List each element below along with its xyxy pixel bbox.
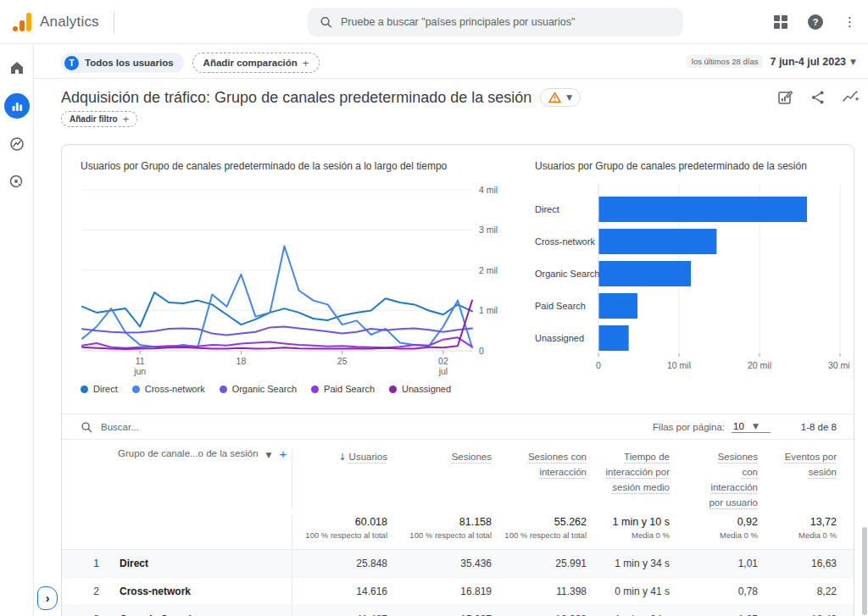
sidebar-item-advertising[interactable] bbox=[4, 169, 30, 195]
plus-icon: + bbox=[123, 113, 130, 125]
add-dimension-icon[interactable]: + bbox=[280, 448, 287, 460]
legend-item[interactable]: Cross-network bbox=[132, 384, 205, 394]
analytics-logo[interactable]: Analytics bbox=[12, 11, 114, 33]
legend-dot-icon bbox=[81, 386, 88, 393]
table-row-direct[interactable]: 1Direct25.84835.43625.9911 min y 34 s1,0… bbox=[62, 550, 854, 578]
data-table: Filas por página: 10 ▼ 1-8 de 8 Grupo de… bbox=[62, 413, 854, 616]
app-header: Analytics ? ⋮ bbox=[0, 0, 868, 44]
line-chart[interactable]: 01 mil2 mil3 mil4 mil11jun182502jul bbox=[74, 180, 516, 377]
sort-descending-icon: ↓ bbox=[338, 452, 346, 463]
explore-icon bbox=[8, 136, 25, 153]
legend-label: Direct bbox=[93, 384, 118, 394]
nav-sidebar bbox=[0, 45, 34, 616]
vertical-scrollbar[interactable] bbox=[862, 527, 867, 615]
date-range-hint: los últimos 28 días bbox=[687, 55, 764, 68]
insights-icon[interactable] bbox=[843, 90, 860, 105]
warning-chip[interactable]: ▼ bbox=[540, 88, 581, 107]
svg-text:3 mil: 3 mil bbox=[479, 225, 498, 235]
analytics-logo-icon bbox=[12, 12, 32, 32]
sidebar-expand-button[interactable]: › bbox=[37, 586, 58, 610]
chevron-right-icon: › bbox=[46, 591, 50, 605]
share-icon[interactable] bbox=[810, 90, 826, 105]
add-filter-label: Añadir filtro bbox=[70, 114, 118, 124]
caret-down-icon: ▼ bbox=[850, 58, 856, 66]
audience-chip-label: Todos los usuarios bbox=[85, 58, 174, 68]
column-header-eventos[interactable]: Eventos por sesión bbox=[758, 448, 837, 509]
caret-down-icon: ▼ bbox=[753, 422, 759, 430]
search-icon bbox=[320, 15, 332, 29]
bar-organic-search bbox=[599, 261, 692, 286]
add-comparison-label: Añadir comparación bbox=[203, 58, 298, 68]
svg-text:Unassigned: Unassigned bbox=[535, 333, 584, 343]
metric-cell: 0,78 bbox=[670, 585, 758, 597]
chart-legend: DirectCross-networkOrganic SearchPaid Se… bbox=[81, 384, 451, 394]
table-header-row: Grupo de canale...o de la sesión ▼ + ↓Us… bbox=[62, 440, 854, 514]
apps-grid-icon[interactable] bbox=[774, 15, 788, 30]
column-header-sesiones-usuario[interactable]: Sesiones con interacción por usuario bbox=[670, 448, 758, 509]
metric-cell: 1,01 bbox=[670, 558, 758, 569]
svg-text:0: 0 bbox=[479, 346, 484, 356]
caret-down-icon: ▼ bbox=[266, 451, 272, 459]
reports-icon bbox=[10, 99, 24, 113]
column-header-sesiones[interactable]: Sesiones bbox=[387, 448, 492, 509]
audience-chip[interactable]: T Todos los usuarios bbox=[61, 53, 184, 73]
legend-dot-icon bbox=[389, 386, 397, 393]
report-card: Usuarios por Grupo de canales predetermi… bbox=[61, 144, 854, 616]
ga4-app: Analytics ? ⋮ bbox=[0, 0, 868, 616]
search-input[interactable] bbox=[341, 16, 671, 28]
column-header-sesiones-interaccion[interactable]: Sesiones con interacción bbox=[492, 448, 587, 509]
table-search-icon bbox=[81, 421, 92, 433]
comparison-bar: T Todos los usuarios Añadir comparación … bbox=[34, 45, 868, 78]
legend-item[interactable]: Organic Search bbox=[220, 384, 297, 394]
caret-down-icon: ▼ bbox=[566, 93, 572, 102]
date-range-label: 7 jun-4 jul 2023 bbox=[770, 56, 846, 68]
totals-cell: 55.262100 % respecto al total bbox=[492, 514, 587, 549]
bar-chart[interactable]: 010 mil20 mil30 milDirectCross-networkOr… bbox=[535, 175, 850, 379]
bar-chart-title: Usuarios por Grupo de canales predetermi… bbox=[535, 160, 807, 172]
metric-cell: 25.991 bbox=[492, 558, 587, 569]
add-comparison-chip[interactable]: Añadir comparación + bbox=[192, 53, 320, 73]
help-icon[interactable]: ? bbox=[808, 14, 823, 30]
plus-icon: + bbox=[303, 57, 309, 69]
global-search[interactable] bbox=[308, 8, 683, 36]
rows-per-page-select[interactable]: 10 ▼ bbox=[732, 421, 771, 433]
edit-report-icon[interactable] bbox=[777, 90, 793, 106]
sidebar-item-explore[interactable] bbox=[4, 131, 30, 157]
metric-cell: 11.398 bbox=[492, 585, 587, 597]
table-row-organic-search[interactable]: 3Organic Search11.42715.03712.0391 min y… bbox=[62, 606, 854, 616]
svg-text:2 mil: 2 mil bbox=[479, 265, 498, 275]
home-icon bbox=[8, 59, 25, 76]
column-header-usuarios[interactable]: ↓Usuarios bbox=[292, 448, 387, 509]
divider bbox=[34, 78, 868, 79]
table-row-cross-network[interactable]: 2Cross-network14.61616.81911.3980 min y … bbox=[62, 578, 854, 606]
totals-row: 60.018100 % respecto al total81.158100 %… bbox=[62, 514, 854, 550]
add-filter-chip[interactable]: Añadir filtro + bbox=[61, 111, 137, 127]
svg-text:Cross-network: Cross-network bbox=[535, 236, 595, 247]
metric-cell: 25.848 bbox=[292, 558, 387, 569]
line-series-organic-search bbox=[82, 327, 472, 336]
svg-text:18: 18 bbox=[236, 356, 247, 366]
line-series-paid-search bbox=[82, 337, 472, 347]
legend-item[interactable]: Paid Search bbox=[311, 384, 375, 394]
sidebar-item-home[interactable] bbox=[4, 55, 30, 80]
bar-unassigned bbox=[599, 325, 629, 351]
svg-text:25: 25 bbox=[337, 356, 348, 366]
more-options-icon[interactable]: ⋮ bbox=[843, 16, 856, 29]
metric-cell: 16,63 bbox=[758, 558, 837, 569]
svg-text:20 mil: 20 mil bbox=[748, 360, 771, 370]
table-search-input[interactable] bbox=[101, 422, 287, 432]
line-chart-title: Usuarios por Grupo de canales predetermi… bbox=[81, 160, 447, 172]
legend-dot-icon bbox=[311, 386, 319, 393]
legend-item[interactable]: Direct bbox=[81, 384, 118, 394]
column-header-tiempo[interactable]: Tiempo de interacción por sesión medio bbox=[587, 448, 670, 509]
sidebar-item-reports[interactable] bbox=[4, 93, 30, 119]
warning-icon bbox=[548, 92, 561, 103]
dimension-column-header[interactable]: Grupo de canale...o de la sesión ▼ + bbox=[62, 448, 292, 509]
row-number: 2 bbox=[62, 585, 99, 597]
svg-text:jun: jun bbox=[133, 366, 146, 376]
legend-label: Unassigned bbox=[402, 384, 451, 394]
date-range-picker[interactable]: 7 jun-4 jul 2023 ▼ bbox=[770, 56, 856, 68]
metric-cell: 8,22 bbox=[758, 585, 837, 597]
legend-item[interactable]: Unassigned bbox=[389, 384, 451, 394]
bar-direct bbox=[599, 197, 808, 222]
